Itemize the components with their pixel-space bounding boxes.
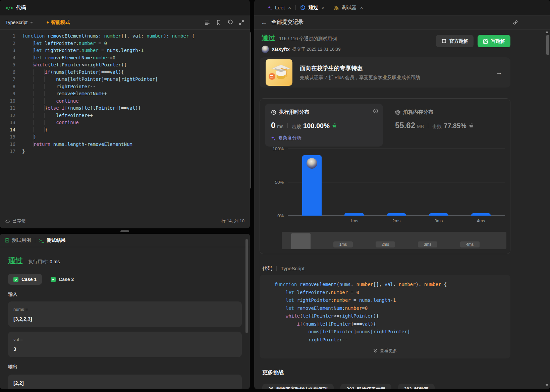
tab-submission-result[interactable]: 通过 × — [300, 4, 325, 11]
submission-panel: Leet × 通过 × 调试器 × ← 全部提交记录 — [254, 0, 550, 389]
runtime-bar-2ms[interactable] — [387, 213, 406, 216]
reset-code-button[interactable] — [227, 19, 233, 25]
bookmark-icon — [216, 19, 222, 25]
code-editor-panel: </> 代码 TypeScript 智能模式 — [0, 0, 250, 228]
code-language-label: TypeScript — [281, 266, 305, 271]
field-label: val = — [13, 337, 236, 342]
double-chevron-down-icon — [373, 348, 378, 353]
challenge-card[interactable]: 203. 移除链表元素 — [340, 384, 391, 389]
info-button[interactable] — [373, 108, 378, 114]
beats-label: 击败 — [292, 124, 301, 130]
case-pass-icon — [51, 277, 56, 282]
copy-link-button[interactable] — [513, 20, 518, 25]
tab-testcase[interactable]: 测试用例 — [5, 237, 31, 243]
challenge-card[interactable]: 26. 删除有序数组中的重复项 — [262, 384, 334, 389]
official-solution-label: 官方题解 — [449, 38, 468, 44]
close-icon[interactable]: × — [288, 5, 291, 10]
book-icon — [441, 39, 447, 44]
runtime-bar-3ms[interactable] — [429, 213, 448, 216]
user-avatar-marker — [307, 158, 317, 169]
tab-leet-ai[interactable]: Leet × — [267, 5, 291, 10]
view-more-label: 查看更多 — [380, 348, 397, 354]
scrollbar-thumb[interactable] — [546, 35, 549, 55]
challenge-card[interactable]: 283. 移动零 — [398, 384, 435, 389]
runtime-bar-1ms[interactable] — [344, 213, 364, 216]
official-solution-button[interactable]: 官方题解 — [436, 35, 474, 47]
test-panel-scrollbar[interactable] — [245, 239, 248, 333]
case-1-tab[interactable]: Case 1 — [8, 274, 42, 285]
code-line: 2 let leftPointer:number = 0 — [0, 40, 250, 47]
line-number: 16 — [0, 141, 15, 148]
code-line: 4 let removeElementNum:number=0 — [0, 54, 250, 62]
cursor-position: 行 14, 列 10 — [221, 218, 244, 224]
panel-resize-handle-vertical[interactable] — [250, 32, 251, 188]
mini-bar-0ms — [291, 233, 311, 249]
code-line: 6 if(nums[leftPointer]===val){ — [0, 69, 250, 76]
user-avatar — [262, 46, 269, 53]
result-row: 通过 116 / 116 个通过的测试用例 XBXyftx 提交于 2025.1… — [262, 34, 510, 53]
scrollbar-up-arrow[interactable] — [545, 31, 549, 33]
tab-debugger[interactable]: 调试器 × — [334, 4, 363, 11]
complexity-analysis-link[interactable]: 复杂度分析 — [271, 135, 377, 141]
undo-icon — [227, 19, 233, 25]
student-promo-banner[interactable]: 面向在校学生的专享特惠 完成认证享 7 折 Plus 会员，享受更多学业及职业成… — [260, 57, 510, 88]
complexity-analysis-label: 复杂度分析 — [278, 135, 301, 141]
result-actions: 官方题解 写题解 — [436, 35, 510, 47]
runtime-label: 执行用时: — [28, 259, 48, 264]
code-line: 14 } — [0, 126, 250, 134]
view-more-button[interactable]: 查看更多 — [268, 348, 502, 354]
passed-cases-count: 116 / 116 个通过的测试用例 — [279, 36, 337, 42]
history-clock-icon — [300, 5, 306, 10]
runtime-bar-4ms[interactable] — [471, 213, 491, 216]
chart-zoom-slider[interactable]: 1ms2ms3ms4ms — [282, 232, 506, 249]
tab-leet-label: Leet — [275, 5, 285, 10]
code-line: let removeElementNum:number=0 — [268, 304, 502, 313]
write-solution-button[interactable]: 写题解 — [478, 35, 510, 47]
output-section-label: 输出 — [8, 364, 242, 370]
expand-editor-button[interactable] — [238, 19, 244, 25]
divider — [287, 123, 288, 128]
more-challenges-title: 更多挑战 — [262, 369, 510, 376]
close-icon[interactable]: × — [360, 5, 363, 10]
x-axis-tick: 4ms — [477, 218, 485, 223]
close-icon[interactable]: × — [322, 5, 325, 10]
format-lines-icon — [204, 19, 210, 25]
editor-panel-header: </> 代码 — [0, 0, 250, 15]
link-icon — [513, 20, 518, 25]
code-editor[interactable]: 1function removeElement(nums: number[], … — [0, 30, 250, 155]
field-label: nums = — [13, 307, 236, 312]
format-code-button[interactable] — [204, 19, 210, 25]
code-line: 1function removeElement(nums: number[], … — [0, 33, 250, 40]
arrow-right-icon: → — [496, 69, 502, 76]
language-selector[interactable]: TypeScript — [5, 20, 33, 25]
line-number: 3 — [0, 47, 15, 54]
language-label: TypeScript — [5, 20, 28, 25]
panel-resize-handle-horizontal[interactable] — [120, 230, 129, 232]
input-nums-field[interactable]: nums = [3,2,2,3] — [8, 301, 242, 327]
submission-subheader: ← 全部提交记录 — [254, 15, 550, 30]
case-2-tab[interactable]: Case 2 — [45, 274, 79, 285]
code-line: 3 let rightPointer:number = nums.length-… — [0, 47, 250, 54]
input-val-field[interactable]: val = 3 — [8, 332, 242, 357]
case-pass-icon — [13, 277, 18, 282]
username: XBXyftx — [272, 47, 290, 52]
scrollbar-down-arrow[interactable] — [545, 384, 549, 386]
tab-test-result[interactable]: >_ 测试结果 — [39, 237, 65, 243]
x-axis-tick: 3ms — [435, 218, 443, 223]
editor-panel-title: 代码 — [16, 5, 26, 11]
clock-icon — [271, 110, 276, 115]
line-number: 12 — [0, 112, 15, 119]
bookmark-button[interactable] — [216, 19, 222, 25]
runtime-summary: 执行用时:0 ms — [28, 259, 60, 265]
memory-beats-percent: 77.85% — [444, 122, 466, 130]
mini-tick-1ms: 1ms — [333, 241, 353, 247]
submitted-code-card: function removeElement(nums: number[], v… — [260, 275, 510, 358]
code-line: 13 continue — [0, 119, 250, 126]
back-button[interactable]: ← — [259, 19, 269, 25]
mini-tick-3ms: 3ms — [418, 241, 437, 247]
runtime-distribution-card[interactable]: 执行用时分布 0 ms 击败 100.00% — [265, 104, 383, 147]
memory-distribution-card[interactable]: 消耗内存分布 55.62 MB 击败 77.85% — [395, 104, 474, 147]
x-axis-tick: 2ms — [392, 218, 401, 223]
smart-mode-toggle[interactable]: 智能模式 — [47, 19, 70, 25]
line-number: 1 — [0, 33, 15, 40]
